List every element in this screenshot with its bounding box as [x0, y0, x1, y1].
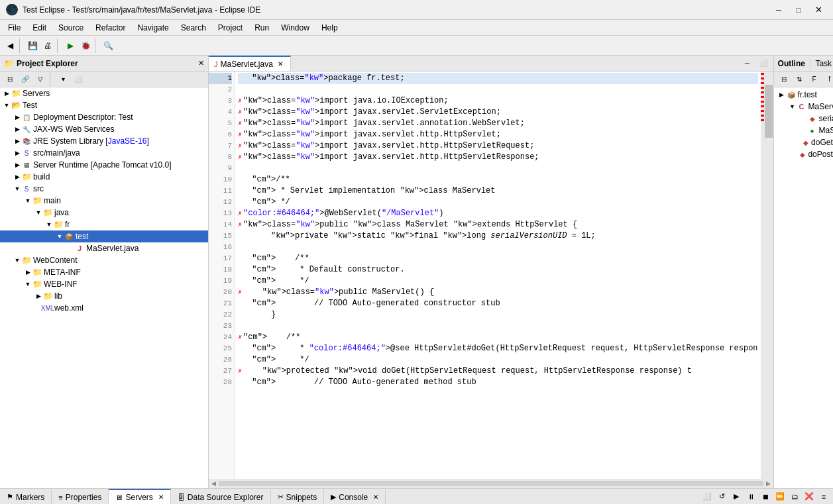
outline-item-constructor[interactable]: ●MaServlet() — [775, 125, 833, 136]
bottom-toolbar-btn-1[interactable]: ↺ — [715, 490, 728, 503]
tree-item-webinf[interactable]: ▼📁WEB-INF — [0, 278, 208, 290]
maximize-button[interactable]: □ — [789, 3, 808, 17]
bottom-toolbar-btn-2[interactable]: ▶ — [730, 490, 743, 503]
bottom-toolbar-btn-6[interactable]: 🗂 — [788, 490, 801, 503]
line-num-18: 18 — [209, 264, 232, 276]
outline-item-doget[interactable]: ◆doGet(HttpServletRequest, HttpServletR — [775, 136, 833, 148]
tree-item-jaxws[interactable]: ▶🔧JAX-WS Web Services — [0, 123, 208, 135]
tree-label-servers: Servers — [23, 89, 50, 98]
code-text-26: "cm"> */ — [252, 354, 309, 366]
tree-item-servers[interactable]: ▶📁Servers — [0, 87, 208, 99]
bottom-tab-snippets[interactable]: ✂Snippets — [271, 489, 325, 504]
line-num-8: 8 — [209, 152, 232, 163]
bottom-toolbar-btn-8[interactable]: ≡ — [817, 490, 830, 503]
code-line-28: "cm"> // TODO Auto-generated method stub — [238, 377, 758, 388]
outline-sort[interactable]: ⇅ — [792, 72, 806, 87]
toolbar-search[interactable]: 🔍 — [101, 38, 115, 53]
tree-item-serverruntime[interactable]: ▶🖥Server Runtime [Apache Tomcat v10.0] — [0, 159, 208, 171]
tree-icon-folder: 📁 — [42, 207, 53, 218]
tree-item-src[interactable]: ▼Ssrc — [0, 183, 208, 195]
bottom-tab-properties[interactable]: ≡Properties — [52, 489, 109, 504]
tree-item-metainf[interactable]: ▶📁META-INF — [0, 266, 208, 278]
editor-hscroll[interactable]: ◀ ▶ — [209, 479, 773, 488]
bottom-tab-close-servers[interactable]: ✕ — [158, 493, 164, 501]
menu-item-navigate[interactable]: Navigate — [132, 22, 174, 34]
minimize-button[interactable]: ─ — [769, 3, 788, 17]
bottom-tab-close-console[interactable]: ✕ — [373, 493, 378, 501]
bottom-tab-console[interactable]: ▶Console✕ — [324, 489, 386, 504]
tree-item-webcontent[interactable]: ▼📁WebContent — [0, 254, 208, 266]
bottom-toolbar-btn-0[interactable]: ⬜ — [700, 490, 714, 503]
tree-item-java[interactable]: ▼📁java — [0, 207, 208, 219]
bottom-toolbar-btn-3[interactable]: ⏸ — [744, 490, 757, 503]
menu-item-source[interactable]: Source — [53, 22, 89, 34]
pe-menu[interactable]: ▾ — [56, 72, 70, 87]
outline-label-doget: doGet(HttpServletRequest, HttpServletR — [811, 138, 833, 147]
menu-item-file[interactable]: File — [3, 22, 26, 34]
bottom-tab-markers[interactable]: ⚑Markers — [0, 489, 52, 504]
toolbar-debug[interactable]: 🐞 — [78, 38, 93, 53]
outline-filter1[interactable]: F — [807, 72, 822, 87]
outline-item-maservlet_class[interactable]: ▼CMaServlet — [775, 101, 833, 113]
toolbar-run[interactable]: ▶ — [63, 38, 78, 53]
menu-item-run[interactable]: Run — [249, 22, 274, 34]
pe-header: 📁 Project Explorer ✕ — [0, 56, 208, 72]
editor-controls: ─ ⬜ — [738, 56, 773, 71]
tree-item-testpkg[interactable]: ▼📦test — [0, 230, 208, 242]
menu-item-window[interactable]: Window — [276, 22, 315, 34]
close-button[interactable]: ✕ — [809, 3, 828, 17]
no-error-28 — [238, 377, 243, 388]
bottom-toolbar-btn-5[interactable]: ⏩ — [773, 490, 787, 503]
tasklist-tab[interactable]: Task List — [815, 59, 833, 68]
toolbar-print[interactable]: 🖨 — [40, 38, 55, 53]
menu-item-search[interactable]: Search — [176, 22, 211, 34]
editor-tabs: J MaServlet.java ✕ ─ ⬜ — [209, 56, 773, 72]
menu-item-help[interactable]: Help — [316, 22, 343, 34]
tree-item-webxml[interactable]: XMLweb.xml — [0, 302, 208, 314]
tree-item-test[interactable]: ▼📂Test — [0, 99, 208, 111]
toolbar-back[interactable]: ◀ — [3, 38, 17, 53]
code-text-8: "kw">class="kw">import javax.servlet.htt… — [243, 152, 539, 163]
bottom-toolbar-btn-4[interactable]: ⏹ — [759, 490, 772, 503]
editor-tab-close[interactable]: ✕ — [276, 60, 285, 69]
editor-main: 1234567891011121314151617181920212223242… — [209, 72, 773, 479]
code-line-25: "cm"> * "color:#646464;">@see HttpServle… — [238, 343, 758, 354]
code-line-24: ✗"cm"> /** — [238, 332, 758, 343]
outline-item-frtest[interactable]: ▶📦fr.test — [775, 89, 833, 101]
code-text-17: "cm"> /** — [252, 253, 309, 264]
bottom-toolbar-btn-7[interactable]: ❌ — [803, 490, 816, 503]
code-editor[interactable]: "kw">class="kw">package fr.test; ✗"kw">c… — [235, 72, 761, 479]
tree-item-main[interactable]: ▼📁main — [0, 195, 208, 207]
menu-item-project[interactable]: Project — [213, 22, 248, 34]
outline-tab[interactable]: Outline — [778, 59, 805, 68]
editor-max[interactable]: ⬜ — [756, 56, 771, 71]
tree-label-jre: JRE System Library [JavaSE-16] — [33, 136, 149, 146]
toolbar-save[interactable]: 💾 — [25, 38, 40, 53]
scroll-thumb[interactable] — [765, 85, 773, 138]
pe-close-icon[interactable]: ✕ — [198, 59, 204, 68]
tree-item-maservlet[interactable]: JMaServlet.java — [0, 242, 208, 254]
tree-item-fr[interactable]: ▼📁fr — [0, 219, 208, 230]
pe-maximize[interactable]: ⬜ — [71, 72, 85, 87]
tree-item-srcmainjava[interactable]: ▶Ssrc/main/java — [0, 147, 208, 159]
bottom-tab-datasource[interactable]: 🗄Data Source Explorer — [171, 489, 271, 504]
pe-link-editor[interactable]: 🔗 — [18, 72, 32, 87]
editor-tab-maservlet[interactable]: J MaServlet.java ✕ — [209, 56, 291, 71]
outline-item-dopost[interactable]: ◆doPost(HttpServletRequest, HttpServletR — [775, 148, 833, 160]
menu-item-edit[interactable]: Edit — [27, 22, 52, 34]
tree-item-jre[interactable]: ▶📚JRE System Library [JavaSE-16] — [0, 135, 208, 147]
bottom-tab-servers[interactable]: 🖥Servers✕ — [109, 489, 170, 504]
tree-item-lib[interactable]: ▶📁lib — [0, 290, 208, 302]
editor-min[interactable]: ─ — [740, 56, 755, 71]
editor-scrollbar-y[interactable] — [764, 72, 773, 479]
outline-item-serialversionuid[interactable]: ◆serialVersionUID : long — [775, 113, 833, 125]
pe-filter[interactable]: ▽ — [33, 72, 48, 87]
tree-item-dd[interactable]: ▶📋Deployment Descriptor: Test — [0, 111, 208, 123]
outline-filter2[interactable]: f — [822, 72, 833, 87]
outline-collapse[interactable]: ⊟ — [777, 72, 791, 87]
code-text-10: "cm">/** — [252, 174, 290, 185]
pe-collapse-all[interactable]: ⊟ — [3, 72, 17, 87]
scroll-track[interactable] — [764, 72, 773, 479]
tree-item-build[interactable]: ▶📁build — [0, 171, 208, 183]
menu-item-refactor[interactable]: Refactor — [90, 22, 131, 34]
